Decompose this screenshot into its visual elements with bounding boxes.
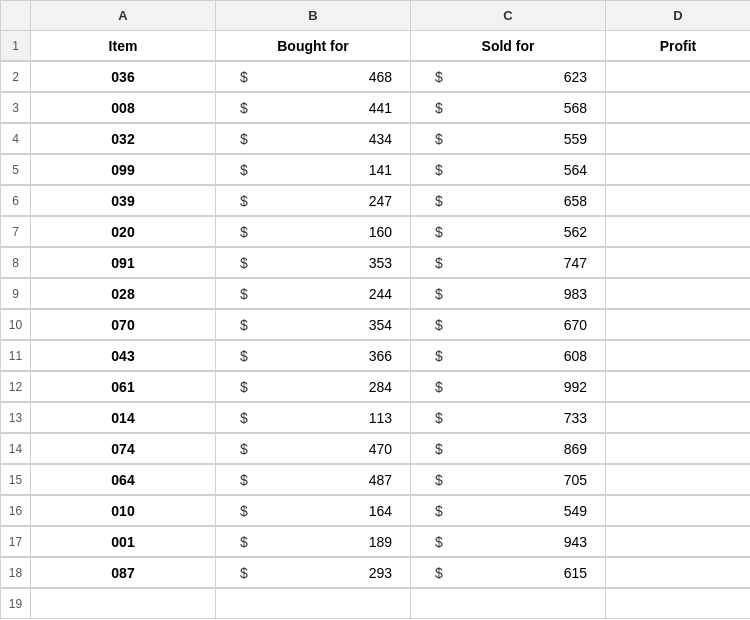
- sold-cell[interactable]: $705: [411, 465, 606, 495]
- sold-cell[interactable]: $549: [411, 496, 606, 526]
- sold-cell[interactable]: $992: [411, 372, 606, 402]
- item-cell[interactable]: 087: [31, 558, 216, 588]
- header-bought: Bought for: [216, 31, 411, 61]
- bought-cell[interactable]: $293: [216, 558, 411, 588]
- sold-cell[interactable]: $658: [411, 186, 606, 216]
- bought-cell[interactable]: $353: [216, 248, 411, 278]
- sold-cell[interactable]: $615: [411, 558, 606, 588]
- profit-cell[interactable]: [606, 341, 750, 371]
- bought-cell[interactable]: $141: [216, 155, 411, 185]
- col-header-d: D: [606, 1, 750, 31]
- profit-cell[interactable]: [606, 403, 750, 433]
- table-row: 17001$189$943: [0, 526, 750, 557]
- profit-cell[interactable]: [606, 527, 750, 557]
- row-number: 2: [1, 62, 31, 92]
- row-number: 4: [1, 124, 31, 154]
- bought-cell[interactable]: $247: [216, 186, 411, 216]
- spreadsheet: A B C D 1 Item Bought for Sold for Profi…: [0, 0, 750, 620]
- sold-cell[interactable]: $568: [411, 93, 606, 123]
- row-number: 18: [1, 558, 31, 588]
- item-cell[interactable]: 070: [31, 310, 216, 340]
- row-number: 11: [1, 341, 31, 371]
- bought-cell[interactable]: $160: [216, 217, 411, 247]
- row-number: 17: [1, 527, 31, 557]
- profit-cell[interactable]: [606, 558, 750, 588]
- col-header-c: C: [411, 1, 606, 31]
- table-row: 16010$164$549: [0, 495, 750, 526]
- bought-cell[interactable]: $354: [216, 310, 411, 340]
- item-cell[interactable]: 039: [31, 186, 216, 216]
- sold-cell[interactable]: $983: [411, 279, 606, 309]
- row-number: 13: [1, 403, 31, 433]
- profit-cell[interactable]: [606, 62, 750, 92]
- table-row: 10070$354$670: [0, 309, 750, 340]
- data-rows: 2036$468$6233008$441$5684032$434$5595099…: [0, 61, 750, 619]
- bought-cell[interactable]: $487: [216, 465, 411, 495]
- profit-cell[interactable]: [606, 93, 750, 123]
- sold-cell[interactable]: $747: [411, 248, 606, 278]
- sold-cell[interactable]: $564: [411, 155, 606, 185]
- profit-cell[interactable]: [606, 124, 750, 154]
- bought-cell[interactable]: $366: [216, 341, 411, 371]
- item-cell[interactable]: 061: [31, 372, 216, 402]
- header-sold: Sold for: [411, 31, 606, 61]
- table-row: 2036$468$623: [0, 61, 750, 92]
- bought-cell[interactable]: $284: [216, 372, 411, 402]
- bought-cell[interactable]: $113: [216, 403, 411, 433]
- profit-cell[interactable]: [606, 155, 750, 185]
- item-cell[interactable]: 064: [31, 465, 216, 495]
- item-cell[interactable]: 043: [31, 341, 216, 371]
- profit-cell[interactable]: [606, 279, 750, 309]
- profit-cell[interactable]: [606, 465, 750, 495]
- item-cell[interactable]: 074: [31, 434, 216, 464]
- empty-cell: [31, 589, 216, 619]
- table-row: 3008$441$568: [0, 92, 750, 123]
- sold-cell[interactable]: $608: [411, 341, 606, 371]
- sold-cell[interactable]: $559: [411, 124, 606, 154]
- profit-cell[interactable]: [606, 248, 750, 278]
- table-row: 13014$113$733: [0, 402, 750, 433]
- table-row: 11043$366$608: [0, 340, 750, 371]
- sold-cell[interactable]: $733: [411, 403, 606, 433]
- corner-cell: [1, 1, 31, 31]
- profit-cell[interactable]: [606, 496, 750, 526]
- empty-row: 19: [0, 588, 750, 619]
- sold-cell[interactable]: $623: [411, 62, 606, 92]
- bought-cell[interactable]: $470: [216, 434, 411, 464]
- row-number: 19: [1, 589, 31, 619]
- bought-cell[interactable]: $189: [216, 527, 411, 557]
- sold-cell[interactable]: $869: [411, 434, 606, 464]
- table-row: 12061$284$992: [0, 371, 750, 402]
- item-cell[interactable]: 036: [31, 62, 216, 92]
- bought-cell[interactable]: $244: [216, 279, 411, 309]
- item-cell[interactable]: 001: [31, 527, 216, 557]
- row-num-1: 1: [1, 31, 31, 61]
- item-cell[interactable]: 028: [31, 279, 216, 309]
- profit-cell[interactable]: [606, 372, 750, 402]
- bought-cell[interactable]: $434: [216, 124, 411, 154]
- table-row: 7020$160$562: [0, 216, 750, 247]
- profit-cell[interactable]: [606, 186, 750, 216]
- bought-cell[interactable]: $441: [216, 93, 411, 123]
- sold-cell[interactable]: $670: [411, 310, 606, 340]
- item-cell[interactable]: 091: [31, 248, 216, 278]
- table-row: 15064$487$705: [0, 464, 750, 495]
- profit-cell[interactable]: [606, 310, 750, 340]
- sold-cell[interactable]: $943: [411, 527, 606, 557]
- row-number: 7: [1, 217, 31, 247]
- bought-cell[interactable]: $164: [216, 496, 411, 526]
- row-number: 5: [1, 155, 31, 185]
- profit-cell[interactable]: [606, 217, 750, 247]
- item-cell[interactable]: 099: [31, 155, 216, 185]
- item-cell[interactable]: 008: [31, 93, 216, 123]
- item-cell[interactable]: 032: [31, 124, 216, 154]
- profit-cell[interactable]: [606, 434, 750, 464]
- item-cell[interactable]: 010: [31, 496, 216, 526]
- sold-cell[interactable]: $562: [411, 217, 606, 247]
- item-cell[interactable]: 014: [31, 403, 216, 433]
- col-header-a: A: [31, 1, 216, 31]
- row-number: 9: [1, 279, 31, 309]
- bought-cell[interactable]: $468: [216, 62, 411, 92]
- item-cell[interactable]: 020: [31, 217, 216, 247]
- table-row: 18087$293$615: [0, 557, 750, 588]
